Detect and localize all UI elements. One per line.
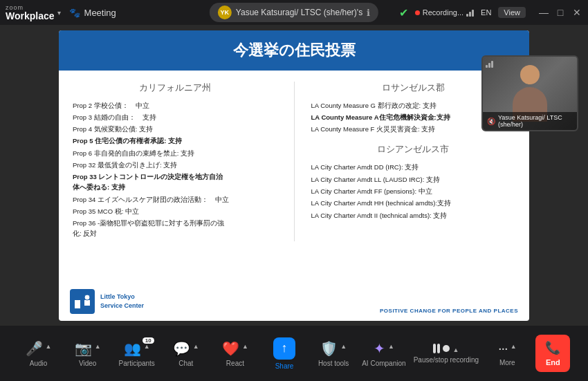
more-button[interactable]: ··· ▲ More (486, 340, 528, 366)
more-icon-wrap: ··· ▲ (498, 340, 517, 356)
more-chevron[interactable]: ▲ (511, 343, 517, 350)
host-tools-button[interactable]: 🛡️ ▲ Host tools (313, 340, 354, 367)
col2-item2-2: LA City Charter Amdt FF (pensions): 中立 (311, 187, 516, 196)
chat-icon: 💬 (173, 340, 190, 357)
col1-item-1: Prop 3 結婚の自由： 支持 (73, 113, 277, 122)
audio-chevron[interactable]: ▲ (46, 343, 52, 350)
ltsc-icon (70, 289, 95, 314)
participants-icon: 👥 (124, 340, 141, 357)
participants-icon-wrap: 👥 10 ▲ (124, 340, 150, 357)
minimize-button[interactable]: — (538, 7, 549, 18)
center-pill-text: Yasue Katsuragi/ LTSC (she/her)'s (236, 8, 362, 17)
video-button[interactable]: 📷 ▲ Video (67, 340, 109, 367)
meeting-indicator: 🐾 Meeting (69, 8, 116, 18)
meeting-icon: 🐾 (69, 8, 80, 18)
audio-button[interactable]: 🎤 ▲ Audio (18, 340, 59, 367)
participants-button[interactable]: 👥 10 ▲ Participants (116, 340, 158, 367)
toolbar: 🎤 ▲ Audio 📷 ▲ Video 👥 10 ▲ Participants … (0, 326, 588, 381)
host-chevron[interactable]: ▲ (340, 343, 347, 350)
participant-video: 🔇 Yasue Katsuragi/ LTSC (she/her) (481, 55, 578, 131)
pause-chevron[interactable]: ▲ (452, 346, 459, 353)
topbar: zoom Workplace ▾ 🐾 Meeting YK Yasue Kats… (0, 0, 588, 25)
col1-item-5: Prop 32 最低賃金の引き上げ: 支持 (73, 160, 277, 169)
participant-name: Yasue Katsuragi/ LTSC (she/her) (498, 114, 573, 128)
slide-title: 今選挙の住民投票 (59, 30, 529, 71)
col1-title: カリフォルニア州 (73, 82, 277, 94)
chat-label: Chat (178, 360, 193, 367)
slide-body: カリフォルニア州 Prop 2 学校公債： 中立 Prop 3 結婚の自由： 支… (59, 71, 529, 252)
window-controls: — □ ✕ (538, 7, 582, 18)
host-icon-wrap: 🛡️ ▲ (320, 340, 347, 357)
ai-icon: ✦ (374, 340, 385, 357)
col1-item-9: Prop 36 -薬物犯罪や窃盗犯罪に対する刑事罰の強化: 反対 (73, 219, 277, 239)
participants-label: Participants (119, 360, 155, 367)
svg-rect-2 (75, 300, 80, 308)
chat-chevron[interactable]: ▲ (193, 343, 199, 350)
col1-item-7: Prop 34 エイズヘルスケア財団の政治活動： 中立 (73, 195, 277, 204)
more-icon: ··· (498, 340, 508, 356)
col1-item-6: Prop 33 レントコントロールの決定権を地方自治体へ委ねる: 支持 (73, 172, 277, 192)
participants-chevron[interactable]: ▲ (144, 343, 150, 350)
shield-icon: ✔ (399, 6, 408, 19)
ai-icon-wrap: ✦ ▲ (374, 340, 394, 357)
react-button[interactable]: ❤️ ▲ React (214, 340, 256, 367)
close-button[interactable]: ✕ (571, 7, 582, 18)
end-button[interactable]: 📞 End (535, 335, 570, 372)
positive-change: POSITIVE CHANGE FOR PEOPLE AND PLACES (380, 308, 518, 314)
col1-item-2: Prop 4 気候変動公債: 支持 (73, 124, 277, 133)
meeting-label: Meeting (84, 8, 116, 18)
stop-circle (443, 345, 450, 352)
col2-item2-3: LA City Charter Amdt HH (technical amdts… (311, 198, 516, 207)
pause-icon (433, 344, 450, 353)
svg-rect-3 (84, 300, 90, 306)
right-controls: ✔ Recording... EN View — □ ✕ (399, 6, 582, 19)
pause-recording-button[interactable]: ▲ Pause/stop recording (414, 344, 479, 364)
ltsc-logo: Little TokyoService Center (70, 289, 144, 314)
slide: 今選挙の住民投票 カリフォルニア州 Prop 2 学校公債： 中立 Prop 3… (59, 30, 529, 321)
participants-badge: 10 (143, 337, 154, 344)
view-button[interactable]: View (498, 7, 526, 18)
mic-icon: 🔇 (487, 118, 495, 125)
yk-avatar: YK (218, 6, 232, 19)
svg-point-4 (84, 295, 90, 300)
chat-button[interactable]: 💬 ▲ Chat (165, 340, 207, 367)
react-icon: ❤️ (222, 340, 239, 357)
video-label: Video (79, 360, 96, 367)
ai-companion-button[interactable]: ✦ ▲ AI Companion (362, 340, 405, 367)
workplace-chevron[interactable]: ▾ (57, 9, 61, 17)
center-pill: YK Yasue Katsuragi/ LTSC (she/her)'s ℹ (210, 3, 378, 22)
share-icon-wrap: ↑ (273, 337, 295, 360)
audio-icon-wrap: 🎤 ▲ (26, 340, 52, 357)
audio-label: Audio (30, 360, 48, 367)
col2-item2-0: LA City Charter Amdt DD (IRC): 支持 (311, 162, 516, 171)
pause-label: Pause/stop recording (414, 356, 479, 364)
video-icon-wrap: 📷 ▲ (75, 340, 101, 357)
share-icon-bg: ↑ (273, 337, 295, 360)
video-chevron[interactable]: ▲ (95, 343, 101, 350)
workplace-label: Workplace (6, 11, 55, 21)
react-chevron[interactable]: ▲ (242, 343, 248, 350)
share-button[interactable]: ↑ Share (264, 337, 305, 370)
share-label: Share (275, 362, 294, 370)
col2-item2-4: LA City Charter Amdt II (technical amdts… (311, 211, 516, 220)
react-icon-wrap: ❤️ ▲ (222, 340, 248, 357)
ai-chevron[interactable]: ▲ (388, 343, 394, 350)
end-label: End (546, 358, 560, 366)
audio-icon: 🎤 (26, 340, 43, 357)
ai-label: AI Companion (362, 360, 405, 367)
video-signal (486, 59, 493, 68)
maximize-button[interactable]: □ (555, 7, 566, 18)
zoom-logo: zoom Workplace (6, 5, 55, 21)
main-content: 今選挙の住民投票 カリフォルニア州 Prop 2 学校公債： 中立 Prop 3… (0, 25, 588, 326)
signal-bars (466, 8, 474, 17)
info-icon[interactable]: ℹ (367, 8, 370, 18)
pause-icon-wrap: ▲ (433, 344, 459, 353)
end-icon: 📞 (545, 340, 560, 355)
recording-badge: Recording... (415, 8, 474, 17)
en-label: EN (481, 8, 491, 17)
share-icon: ↑ (282, 341, 288, 355)
person-head (520, 65, 540, 84)
ltsc-name: Little TokyoService Center (100, 292, 144, 310)
react-label: React (226, 360, 244, 367)
rec-dot (415, 10, 420, 15)
